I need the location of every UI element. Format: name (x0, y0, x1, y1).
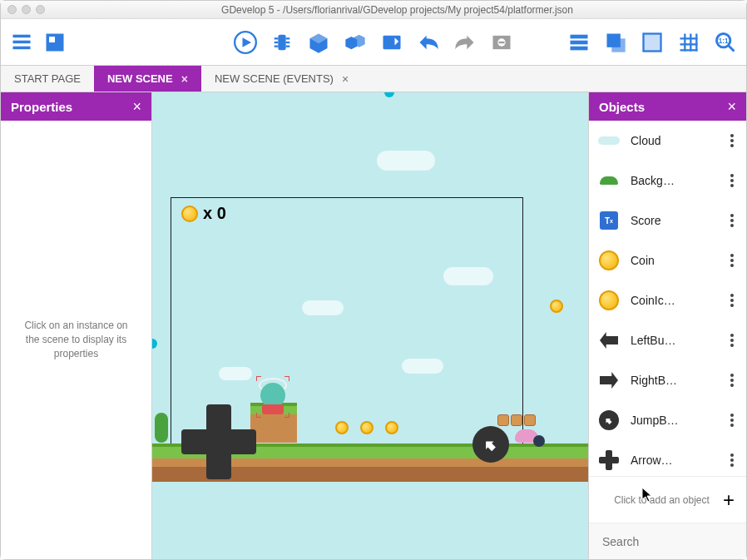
edit-object-button[interactable] (306, 30, 331, 55)
dpad-icon (597, 448, 621, 472)
fly-sprite (533, 435, 545, 447)
close-window-icon[interactable] (7, 5, 17, 14)
kebab-icon[interactable] (726, 334, 738, 347)
selection-handles[interactable] (258, 378, 288, 416)
tab-start-page[interactable]: START PAGE (1, 66, 94, 92)
titlebar: GDevelop 5 - /Users/florianrival/GDevelo… (1, 1, 746, 19)
svg-rect-28 (644, 33, 661, 51)
add-object-row[interactable]: Click to add an object + (589, 476, 746, 523)
plus-icon[interactable]: + (723, 488, 735, 512)
object-item-coin[interactable]: CoinIc… (589, 280, 746, 320)
window-title: GDevelop 5 - /Users/florianrival/GDevelo… (55, 4, 740, 16)
object-item-cloud[interactable]: Cloud (589, 121, 746, 161)
mask-button[interactable] (640, 30, 665, 55)
edit-scene-button[interactable] (379, 30, 404, 55)
search-input[interactable] (601, 534, 747, 549)
coin-icon (597, 249, 621, 272)
svg-rect-24 (571, 46, 588, 50)
svg-marker-6 (243, 37, 252, 47)
svg-rect-18 (383, 35, 401, 48)
object-item-arrL[interactable]: LeftBu… (589, 320, 746, 360)
tab-label: START PAGE (14, 72, 81, 85)
dpad-sprite[interactable] (181, 404, 256, 479)
cloud-icon (597, 129, 621, 152)
object-label: Backg… (631, 174, 716, 187)
kebab-icon[interactable] (726, 214, 738, 227)
coin-icon (597, 289, 621, 312)
coin-icon (385, 421, 398, 434)
kebab-icon[interactable] (726, 294, 738, 307)
cloud-icon (377, 151, 435, 171)
panel-title: Properties (11, 100, 72, 114)
object-label: JumpB… (631, 414, 716, 427)
window-controls[interactable] (7, 5, 45, 14)
debug-button[interactable] (270, 30, 294, 55)
camera-handle-top[interactable] (384, 92, 394, 97)
tab-new-scene[interactable]: NEW SCENE × (94, 66, 201, 92)
object-label: LeftBu… (631, 334, 716, 347)
score-text: x 0 (203, 204, 226, 223)
jump-icon (597, 409, 621, 432)
bg-icon (597, 169, 621, 192)
zoom-reset-button[interactable]: 1:1 (713, 30, 738, 55)
coin-icon (360, 421, 374, 434)
undo-button[interactable] (416, 30, 441, 55)
object-item-arrR[interactable]: RightB… (589, 360, 746, 400)
kebab-icon[interactable] (726, 254, 738, 267)
zoom-window-icon[interactable] (36, 5, 45, 14)
object-label: Cloud (631, 134, 716, 147)
close-icon[interactable]: × (727, 98, 736, 116)
svg-rect-2 (13, 46, 31, 49)
minimize-window-icon[interactable] (22, 5, 31, 14)
camera-handle-left[interactable] (152, 339, 157, 349)
app-window: GDevelop 5 - /Users/florianrival/GDevelo… (0, 0, 747, 560)
object-item-score[interactable]: TxScore (589, 201, 746, 240)
arrL-icon (597, 329, 621, 352)
jump-button-sprite[interactable] (472, 426, 509, 463)
object-label: Score (631, 214, 716, 227)
redo-button[interactable] (453, 30, 477, 55)
objects-panel: Objects × CloudBackg…TxScoreCoinCoinIc…L… (588, 92, 746, 559)
svg-rect-1 (13, 40, 31, 43)
object-item-jump[interactable]: JumpB… (589, 400, 746, 440)
close-icon[interactable]: × (132, 98, 141, 116)
properties-empty-text: Click on an instance on the scene to dis… (1, 121, 151, 559)
properties-panel: Properties × Click on an instance on the… (1, 92, 152, 559)
coin-icon (181, 206, 198, 222)
tabs-bar: START PAGE NEW SCENE × NEW SCENE (EVENTS… (1, 66, 746, 92)
scene-editor[interactable]: x 0 (152, 92, 588, 559)
close-icon[interactable]: × (342, 72, 349, 86)
panel-title: Objects (599, 100, 645, 114)
tab-new-scene-events[interactable]: NEW SCENE (EVENTS) × (201, 66, 362, 92)
instances-button[interactable] (603, 30, 628, 55)
coin-icon (335, 421, 349, 434)
objects-panel-header: Objects × (589, 92, 746, 121)
arrR-icon (597, 369, 621, 392)
kebab-icon[interactable] (726, 453, 738, 467)
object-item-coin[interactable]: Coin (589, 240, 746, 280)
kebab-icon[interactable] (726, 134, 738, 147)
object-item-bg[interactable]: Backg… (589, 161, 746, 201)
close-icon[interactable]: × (181, 72, 188, 86)
bricks-icon (497, 414, 536, 426)
svg-rect-0 (13, 34, 31, 37)
kebab-icon[interactable] (726, 414, 738, 427)
delete-button[interactable] (489, 30, 514, 55)
svg-rect-7 (278, 34, 285, 50)
svg-rect-23 (571, 40, 588, 44)
object-label: Coin (631, 254, 716, 267)
score-hud: x 0 (181, 204, 226, 223)
project-manager-button[interactable] (9, 30, 34, 55)
toolbar: 1:1 (1, 19, 746, 66)
kebab-icon[interactable] (726, 374, 738, 387)
layers-button[interactable] (566, 30, 591, 55)
tab-label: NEW SCENE (107, 72, 173, 85)
svg-rect-26 (611, 38, 625, 52)
object-item-dpad[interactable]: Arrow… (589, 440, 746, 476)
kebab-icon[interactable] (726, 174, 738, 187)
play-button[interactable] (233, 30, 258, 55)
edit-group-button[interactable] (343, 30, 368, 55)
export-button[interactable] (42, 30, 67, 55)
svg-text:1:1: 1:1 (719, 37, 729, 45)
grid-button[interactable] (676, 30, 701, 55)
